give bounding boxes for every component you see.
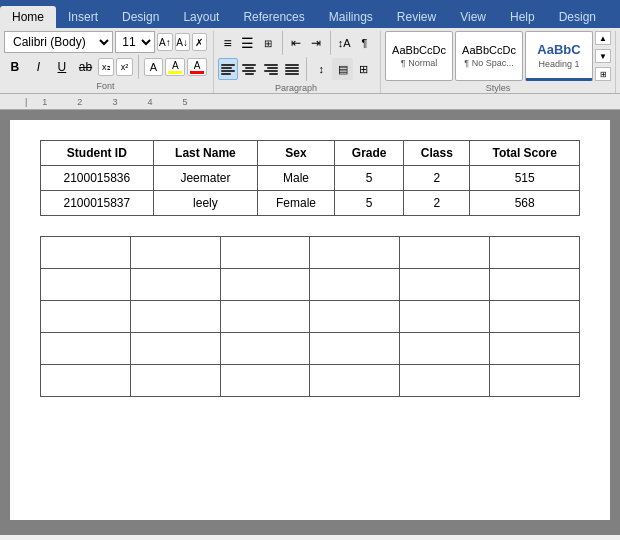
align-right-button[interactable] (261, 58, 281, 80)
data-table: Student ID Last Name Sex Grade Class Tot… (40, 140, 580, 216)
empty-cell (490, 269, 580, 301)
empty-cell (490, 333, 580, 365)
empty-cell (400, 301, 490, 333)
table-row: 2100015837 leely Female 5 2 568 (41, 191, 580, 216)
empty-cell (400, 269, 490, 301)
align-center-button[interactable] (239, 58, 259, 80)
cell-sex-1: Male (258, 166, 335, 191)
empty-cell (490, 301, 580, 333)
col-header-student-id: Student ID (41, 141, 154, 166)
empty-cell (41, 333, 131, 365)
cell-grade-1: 5 (334, 166, 404, 191)
tab-design[interactable]: Design (110, 6, 171, 28)
shrink-font-button[interactable]: A↓ (175, 33, 190, 51)
tab-home[interactable]: Home (0, 6, 56, 28)
numbering-button[interactable]: ☰ (238, 32, 257, 54)
empty-cell (400, 237, 490, 269)
empty-cell (130, 365, 220, 397)
paragraph-section-label: Paragraph (218, 83, 374, 93)
table-row (41, 269, 580, 301)
document-page: Student ID Last Name Sex Grade Class Tot… (10, 120, 610, 520)
sep3 (330, 31, 331, 55)
font-color-button[interactable]: A (187, 58, 207, 76)
table-row: 2100015836 Jeemater Male 5 2 515 (41, 166, 580, 191)
sort-button[interactable]: ↕A (335, 32, 354, 54)
cell-student-id-2: 2100015837 (41, 191, 154, 216)
empty-cell (220, 269, 310, 301)
clear-format-button[interactable]: ✗ (192, 33, 207, 51)
style-normal[interactable]: AaBbCcDc ¶ Normal (385, 31, 453, 81)
tab-mailings[interactable]: Mailings (317, 6, 385, 28)
cell-class-1: 2 (404, 166, 470, 191)
show-marks-button[interactable]: ¶ (355, 32, 374, 54)
styles-scroll: ▲ ▼ ⊞ (595, 31, 611, 81)
font-size-select[interactable]: 11 (115, 31, 155, 53)
tab-view[interactable]: View (448, 6, 498, 28)
line-spacing-button[interactable]: ↕ (311, 58, 331, 80)
styles-scroll-up[interactable]: ▲ (595, 31, 611, 45)
tab-design2[interactable]: Design (547, 6, 608, 28)
tab-bar: Home Insert Design Layout References Mai… (0, 0, 620, 28)
justify-button[interactable] (282, 58, 302, 80)
style-heading1[interactable]: AaBbC Heading 1 (525, 31, 593, 81)
sep4 (306, 57, 307, 81)
empty-table (40, 236, 580, 397)
cell-sex-2: Female (258, 191, 335, 216)
col-header-sex: Sex (258, 141, 335, 166)
grow-font-button[interactable]: A↑ (157, 33, 172, 51)
bullets-button[interactable]: ≡ (218, 32, 237, 54)
styles-section-label: Styles (385, 83, 611, 93)
text-highlight-button[interactable]: A (165, 58, 185, 76)
cell-score-1: 515 (470, 166, 580, 191)
empty-cell (310, 237, 400, 269)
subscript-button[interactable]: x₂ (98, 58, 114, 76)
empty-cell (130, 237, 220, 269)
empty-cell (41, 301, 131, 333)
empty-cell (310, 269, 400, 301)
tab-insert[interactable]: Insert (56, 6, 110, 28)
tab-help[interactable]: Help (498, 6, 547, 28)
cell-last-name-2: leely (153, 191, 258, 216)
empty-cell (130, 301, 220, 333)
empty-cell (41, 269, 131, 301)
text-effect-button[interactable]: A (144, 58, 164, 76)
ribbon: Calibri (Body) 11 A↑ A↓ ✗ B I U ab x₂ x²… (0, 28, 620, 94)
table-row (41, 301, 580, 333)
styles-expand[interactable]: ⊞ (595, 67, 611, 81)
underline-button[interactable]: U (51, 56, 73, 78)
table-row (41, 365, 580, 397)
cell-score-2: 568 (470, 191, 580, 216)
tab-layout2[interactable]: Layout (608, 6, 620, 28)
bold-button[interactable]: B (4, 56, 26, 78)
empty-cell (310, 365, 400, 397)
increase-indent-button[interactable]: ⇥ (307, 32, 326, 54)
align-left-button[interactable] (218, 58, 238, 80)
document-area[interactable]: Student ID Last Name Sex Grade Class Tot… (0, 110, 620, 535)
style-nospace[interactable]: AaBbCcDc ¶ No Spac... (455, 31, 523, 81)
table-header-row: Student ID Last Name Sex Grade Class Tot… (41, 141, 580, 166)
ruler: | 1 2 3 4 5 (0, 94, 620, 110)
shading-button[interactable]: ▤ (332, 58, 352, 80)
border-button[interactable]: ⊞ (354, 58, 374, 80)
sep2 (282, 31, 283, 55)
font-name-select[interactable]: Calibri (Body) (4, 31, 113, 53)
multilevel-list-button[interactable]: ⊞ (258, 32, 277, 54)
col-header-class: Class (404, 141, 470, 166)
styles-scroll-down[interactable]: ▼ (595, 49, 611, 63)
empty-cell (220, 237, 310, 269)
table-row (41, 333, 580, 365)
cell-student-id-1: 2100015836 (41, 166, 154, 191)
col-header-total-score: Total Score (470, 141, 580, 166)
empty-cell (220, 365, 310, 397)
empty-cell (400, 365, 490, 397)
superscript-button[interactable]: x² (116, 58, 132, 76)
tab-review[interactable]: Review (385, 6, 448, 28)
cell-class-2: 2 (404, 191, 470, 216)
tab-references[interactable]: References (231, 6, 316, 28)
italic-button[interactable]: I (28, 56, 50, 78)
strikethrough-button[interactable]: ab (75, 56, 97, 78)
tab-layout[interactable]: Layout (171, 6, 231, 28)
empty-cell (220, 333, 310, 365)
decrease-indent-button[interactable]: ⇤ (286, 32, 305, 54)
styles-gallery: AaBbCcDc ¶ Normal AaBbCcDc ¶ No Spac... … (385, 31, 611, 81)
